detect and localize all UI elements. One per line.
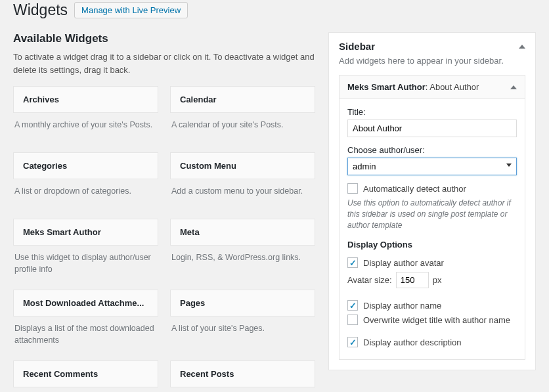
- sidebar-panel-header[interactable]: Sidebar: [329, 33, 535, 56]
- available-widget-name[interactable]: Most Downloaded Attachme...: [13, 290, 158, 316]
- available-widget-desc: Displays a list of the most downloaded a…: [13, 316, 158, 354]
- sidebar-panel-desc: Add widgets here to appear in your sideb…: [329, 56, 535, 75]
- auto-detect-label: Automatically detect author: [363, 184, 466, 194]
- sidebar-panel: Sidebar Add widgets here to appear in yo…: [328, 32, 536, 370]
- auto-detect-checkbox[interactable]: [347, 183, 358, 194]
- overwrite-title-checkbox[interactable]: [347, 315, 358, 325]
- available-widget-name[interactable]: Meta: [170, 219, 315, 246]
- available-widget-desc: Use this widget to display author/user p…: [13, 246, 158, 283]
- author-select[interactable]: [347, 158, 517, 175]
- auto-detect-help: Use this option to automatically detect …: [347, 198, 517, 230]
- display-name-checkbox[interactable]: [347, 300, 358, 311]
- page-title: Widgets: [13, 1, 68, 19]
- available-widgets-title: Available Widgets: [13, 32, 315, 45]
- available-widget-desc: [170, 387, 315, 392]
- display-desc-checkbox[interactable]: [347, 337, 358, 347]
- avatar-size-unit: px: [433, 275, 442, 285]
- available-widgets-desc: To activate a widget drag it to a sideba…: [13, 51, 315, 76]
- manage-live-preview-button[interactable]: Manage with Live Preview: [74, 2, 188, 18]
- display-name-label: Display author name: [363, 301, 441, 311]
- available-widget-item: Meks Smart AuthorUse this widget to disp…: [13, 219, 158, 283]
- display-avatar-checkbox[interactable]: [347, 257, 358, 268]
- avatar-size-input[interactable]: [396, 272, 429, 288]
- collapse-icon: [510, 85, 517, 89]
- available-widget-item: CalendarA calendar of your site's Posts.: [170, 86, 315, 146]
- available-widget-item: Most Downloaded Attachme...Displays a li…: [13, 290, 158, 354]
- available-widget-desc: Login, RSS, & WordPress.org links.: [170, 246, 315, 278]
- display-avatar-label: Display author avatar: [363, 258, 444, 268]
- available-widget-item: Recent Posts: [170, 360, 315, 392]
- widget-config-header[interactable]: Meks Smart Author: About Author: [340, 76, 525, 99]
- author-label: Choose author/user:: [347, 145, 517, 155]
- available-widget-desc: A calendar of your site's Posts.: [170, 113, 315, 146]
- available-widget-name[interactable]: Recent Posts: [170, 360, 315, 387]
- available-widget-item: Recent Comments: [13, 360, 158, 392]
- available-widgets-grid: ArchivesA monthly archive of your site's…: [13, 86, 315, 392]
- available-widget-name[interactable]: Custom Menu: [170, 152, 315, 179]
- widget-config-instance: : About Author: [426, 82, 479, 92]
- display-desc-label: Display author description: [363, 338, 462, 347]
- available-widget-desc: [13, 387, 158, 392]
- available-widget-item: Custom MenuAdd a custom menu to your sid…: [170, 152, 315, 212]
- title-input[interactable]: [347, 120, 517, 137]
- collapse-icon: [519, 45, 525, 49]
- available-widget-desc: Add a custom menu to your sidebar.: [170, 179, 315, 212]
- available-widget-name[interactable]: Categories: [13, 152, 158, 179]
- display-options-title: Display Options: [347, 240, 517, 250]
- available-widget-name[interactable]: Calendar: [170, 86, 315, 113]
- available-widget-item: PagesA list of your site's Pages.: [170, 290, 315, 354]
- title-label: Title:: [347, 107, 517, 117]
- available-widget-item: CategoriesA list or dropdown of categori…: [13, 152, 158, 212]
- available-widget-name[interactable]: Pages: [170, 290, 315, 316]
- available-widget-desc: A list of your site's Pages.: [170, 316, 315, 349]
- avatar-size-label: Avatar size:: [347, 275, 392, 285]
- available-widget-name[interactable]: Recent Comments: [13, 360, 158, 387]
- available-widget-desc: A monthly archive of your site's Posts.: [13, 113, 158, 146]
- sidebar-panel-title: Sidebar: [339, 41, 375, 52]
- available-widget-name[interactable]: Meks Smart Author: [13, 219, 158, 246]
- available-widget-desc: A list or dropdown of categories.: [13, 179, 158, 212]
- widget-config-panel: Meks Smart Author: About Author Title: C…: [339, 75, 525, 360]
- widget-config-type: Meks Smart Author: [347, 82, 426, 92]
- available-widget-item: MetaLogin, RSS, & WordPress.org links.: [170, 219, 315, 283]
- available-widget-name[interactable]: Archives: [13, 86, 158, 113]
- overwrite-title-label: Overwrite widget title with author name: [363, 315, 510, 325]
- available-widget-item: ArchivesA monthly archive of your site's…: [13, 86, 158, 146]
